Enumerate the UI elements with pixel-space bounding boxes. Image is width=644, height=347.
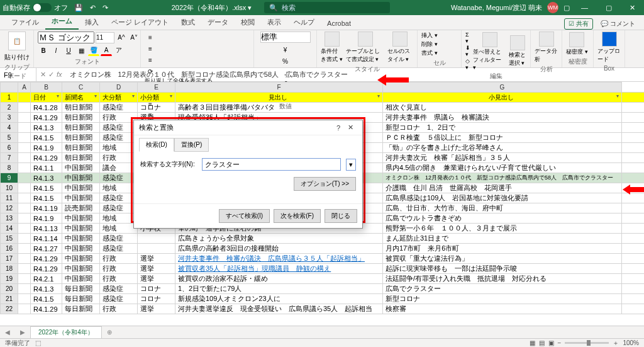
analyze-data-button[interactable]: データ分析 — [535, 31, 558, 64]
tab-home[interactable]: ホーム — [45, 14, 79, 30]
cell[interactable]: 感染症 — [100, 133, 138, 143]
cell[interactable]: R4.1.28 — [31, 103, 62, 113]
fill-icon[interactable]: ⬇ ▾ — [465, 45, 470, 57]
row-header[interactable]: 22 — [1, 304, 18, 314]
cell[interactable]: R4.1.19 — [31, 203, 62, 213]
cell[interactable]: 広島県の高齢者3回目の接種開始 — [175, 244, 383, 254]
dialog-help-button[interactable]: ? — [333, 124, 344, 132]
cell[interactable] — [622, 234, 645, 244]
cell[interactable]: 介護職 住川 昌清 世羅高校 花岡選手 — [383, 183, 622, 193]
cell[interactable]: 中国新聞 — [62, 213, 100, 224]
cell[interactable]: 行政 — [100, 274, 138, 284]
cell[interactable]: 毎日新聞 — [62, 294, 100, 304]
cell[interactable] — [18, 254, 31, 264]
cell[interactable] — [18, 123, 31, 133]
cell[interactable]: 広島でウルトラ書きぞめ — [383, 213, 622, 224]
autosave-toggle[interactable]: 自動保存 オフ — [3, 3, 68, 13]
cell[interactable]: 熊野第一小６年 １００人、３月まで展示 — [383, 224, 622, 234]
cell[interactable]: 新型コロナ — [383, 294, 622, 304]
tab-formulas[interactable]: 数式 — [175, 15, 201, 30]
dropdown-icon[interactable]: ▾ — [346, 159, 356, 171]
cell[interactable] — [622, 113, 645, 123]
share-button[interactable]: ☑ 共有 — [564, 18, 593, 30]
fill-color-button[interactable]: 🪣 — [88, 45, 99, 56]
cell[interactable]: 選挙 — [138, 304, 175, 314]
cell[interactable]: 高齢者３回目接種準備バタバタ — [175, 103, 383, 113]
cell[interactable] — [18, 203, 31, 213]
cell[interactable]: 月内17市町 来月6市町 — [383, 244, 622, 254]
cell[interactable]: R4.1.29 — [31, 153, 62, 163]
row-header[interactable]: 3 — [1, 113, 18, 123]
cell[interactable]: 地域 — [100, 224, 138, 234]
col-header[interactable]: A — [18, 82, 31, 93]
file-name[interactable]: 2022年（令和4年）.xlsx ▾ — [172, 3, 252, 13]
font-size-select[interactable] — [96, 32, 114, 43]
cell[interactable] — [18, 163, 31, 173]
row-header[interactable]: 5 — [1, 133, 18, 143]
cell[interactable] — [18, 264, 31, 274]
cell[interactable]: 広島でクラスター — [383, 284, 622, 294]
row-header[interactable]: 18 — [1, 264, 18, 274]
cell[interactable]: 行政 — [100, 254, 138, 264]
cell[interactable]: 起訴に現実味帯移も 一部は法廷闘争示唆 — [383, 264, 622, 274]
align-mid-icon[interactable]: ≡ — [145, 43, 156, 54]
cell[interactable] — [622, 224, 645, 234]
cell[interactable] — [138, 244, 175, 254]
cell[interactable]: 朝日新聞 — [62, 123, 100, 133]
cell[interactable]: コロナ — [138, 103, 175, 113]
cell[interactable]: 中国新聞 — [62, 274, 100, 284]
cell[interactable]: 読売新聞 — [62, 203, 100, 213]
row-header[interactable]: 9 — [1, 173, 18, 183]
col-header[interactable]: G — [383, 82, 622, 93]
phonetic-button[interactable]: ア — [113, 45, 125, 56]
minimize-button[interactable]: — — [575, 4, 594, 11]
close-button[interactable]: ✕ — [623, 4, 641, 12]
cell[interactable]: 河井夫妻事件 検審が議決 広島県議ら３５人「起訴相当」 — [175, 254, 383, 264]
cell[interactable] — [18, 224, 31, 234]
add-sheet-button[interactable]: ⊕ — [102, 329, 117, 336]
cell[interactable]: ＰＣＲ検査 ５倍以上に 新型コロナ — [383, 133, 622, 143]
find-input[interactable] — [202, 158, 341, 171]
tab-insert[interactable]: 挿入 — [79, 15, 105, 30]
border-button[interactable]: ▦ — [75, 45, 87, 56]
cell[interactable] — [18, 244, 31, 254]
cell[interactable]: 選挙 — [138, 264, 175, 274]
cell[interactable]: 被買収「重大な違法行為」 — [383, 254, 622, 264]
cell[interactable]: 朝日新聞 — [62, 103, 100, 113]
cell[interactable]: R4.2.1 — [31, 274, 62, 284]
align-bot-icon[interactable]: ≡ — [145, 54, 156, 65]
cell[interactable]: R4.1.5 — [31, 183, 62, 193]
insert-cells-button[interactable]: 挿入 ▾ — [421, 31, 438, 40]
column-headers[interactable]: A B C D E F G — [1, 82, 645, 93]
sheet-tab[interactable]: 2022年（令和4年） — [30, 326, 102, 338]
cell[interactable]: 河井夫妻事件 県議ら 検審議決 — [383, 113, 622, 123]
cell[interactable]: 感染症 — [100, 294, 138, 304]
row-header[interactable]: 13 — [1, 213, 18, 224]
number-format-select[interactable] — [260, 31, 311, 43]
col-header[interactable]: C — [62, 82, 100, 93]
sheet-nav-prev[interactable]: ◀ — [0, 329, 15, 336]
cell[interactable]: 毎日新聞 — [62, 284, 100, 294]
clear-icon[interactable]: ◇ ▾ — [465, 58, 470, 71]
cell[interactable]: 相次ぐ見直し — [383, 103, 622, 113]
cell[interactable] — [622, 153, 645, 163]
cell[interactable]: R4.1.3 — [31, 123, 62, 133]
decrease-font-icon[interactable]: A˅ — [128, 32, 140, 43]
cell[interactable]: 中国新聞 — [62, 244, 100, 254]
align-top-icon[interactable]: ≡ — [145, 31, 156, 43]
cell[interactable]: 中国新聞 — [62, 163, 100, 173]
cell[interactable]: 広島県感染は109人 岩国基地に対策強化要請 — [383, 193, 622, 203]
cell[interactable]: 検察審 — [383, 304, 622, 314]
cell[interactable]: 中国新聞 — [62, 173, 100, 183]
dialog-close-button[interactable]: ✕ — [344, 123, 357, 132]
cell[interactable] — [622, 203, 645, 213]
percent-icon[interactable]: % — [280, 55, 291, 67]
tab-view[interactable]: 表示 — [261, 15, 287, 30]
cell[interactable]: 河井夫妻次元 検審「起訴相当」３５人 — [383, 153, 622, 163]
row-header[interactable]: 21 — [1, 294, 18, 304]
cell[interactable]: 被買収の政治家不起訴・緩め — [175, 274, 383, 284]
sort-filter-button[interactable]: 並べ替えとフィルター ▾ — [473, 32, 506, 71]
currency-icon[interactable]: ¥ — [280, 44, 291, 55]
row-header[interactable]: 7 — [1, 153, 18, 163]
tab-data[interactable]: データ — [201, 15, 235, 30]
